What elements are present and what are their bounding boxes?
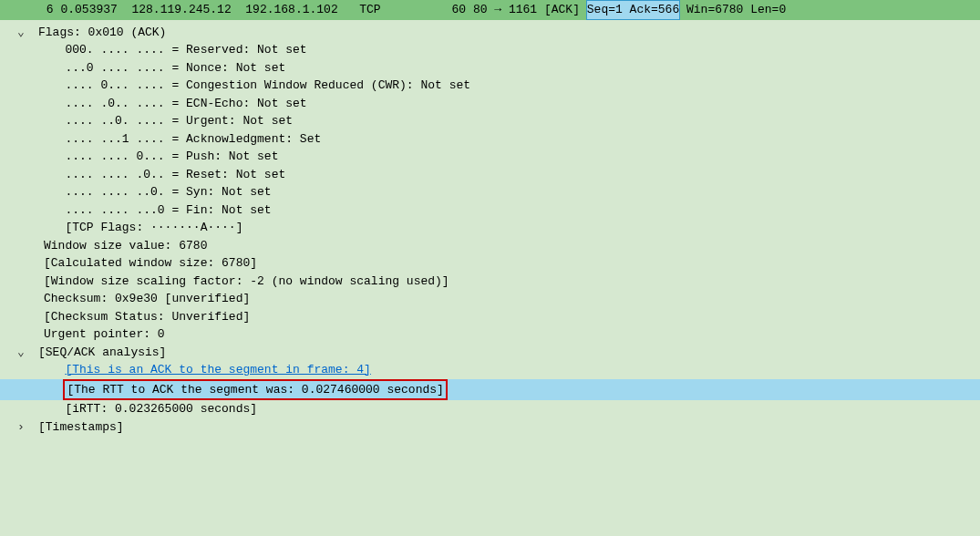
flag-urgent[interactable]: .... ..0. .... = Urgent: Not set — [0, 112, 980, 130]
flag-cwr[interactable]: .... 0... .... = Congestion Window Reduc… — [0, 77, 980, 95]
window-size[interactable]: Window size value: 6780 — [0, 237, 980, 255]
col-len: 60 — [452, 1, 467, 19]
col-time: 0.053937 — [60, 1, 117, 19]
flag-ack[interactable]: .... ...1 .... = Acknowledgment: Set — [0, 130, 980, 149]
packet-details-tree: Flags: 0x010 (ACK) 000. .... .... = Rese… — [0, 20, 980, 444]
chevron-right-icon[interactable] — [16, 418, 26, 437]
frame-link[interactable]: [This is an ACK to the segment in frame:… — [65, 363, 370, 376]
chevron-down-icon[interactable] — [16, 24, 26, 42]
rtt-highlight: [The RTT to ACK the segment was: 0.02746… — [63, 379, 447, 401]
col-dst: 192.168.1.102 — [245, 1, 337, 19]
ack-to-segment[interactable]: [This is an ACK to the segment in frame:… — [0, 361, 980, 379]
flag-syn[interactable]: .... .... ..0. = Syn: Not set — [0, 183, 980, 201]
checksum-status[interactable]: [Checksum Status: Unverified] — [0, 308, 980, 326]
flag-reserved[interactable]: 000. .... .... = Reserved: Not set — [0, 41, 980, 59]
col-no: 6 — [4, 1, 60, 19]
col-src: 128.119.245.12 — [131, 1, 231, 19]
flags-header[interactable]: Flags: 0x010 (ACK) — [0, 24, 980, 42]
seq-ack-highlight: Seq=1 Ack=566 — [587, 1, 679, 19]
seq-ack-analysis-header[interactable]: [SEQ/ACK analysis] — [0, 344, 980, 362]
packet-list-row[interactable]: 6 0.053937 128.119.245.12 192.168.1.102 … — [0, 0, 980, 20]
checksum[interactable]: Checksum: 0x9e30 [unverified] — [0, 290, 980, 308]
tcp-flags-summary[interactable]: [TCP Flags: ·······A····] — [0, 219, 980, 237]
urgent-pointer[interactable]: Urgent pointer: 0 — [0, 325, 980, 344]
flag-reset[interactable]: .... .... .0.. = Reset: Not set — [0, 166, 980, 184]
timestamps-header[interactable]: [Timestamps] — [0, 418, 980, 437]
rtt-to-ack[interactable]: [The RTT to ACK the segment was: 0.02746… — [0, 379, 980, 401]
chevron-down-icon[interactable] — [16, 344, 26, 362]
window-scaling[interactable]: [Window size scaling factor: -2 (no wind… — [0, 273, 980, 291]
col-info-pre: 80 → 1161 [ACK] — [466, 1, 587, 19]
flag-fin[interactable]: .... .... ...0 = Fin: Not set — [0, 201, 980, 220]
flag-push[interactable]: .... .... 0... = Push: Not set — [0, 148, 980, 166]
col-proto: TCP — [359, 1, 380, 19]
calc-window-size[interactable]: [Calculated window size: 6780] — [0, 254, 980, 273]
flag-ecn[interactable]: .... .0.. .... = ECN-Echo: Not set — [0, 95, 980, 113]
col-info-post: Win=6780 Len=0 — [679, 1, 786, 19]
irtt[interactable]: [iRTT: 0.023265000 seconds] — [0, 400, 980, 418]
flag-nonce[interactable]: ...0 .... .... = Nonce: Not set — [0, 59, 980, 77]
